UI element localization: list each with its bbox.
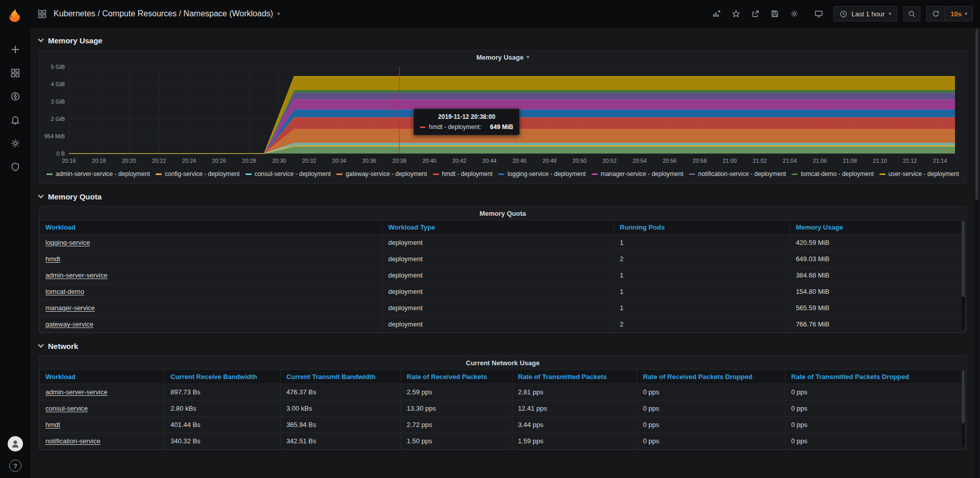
workload-link[interactable]: admin-server-service [45,271,107,279]
tooltip-value: 649 MiB [485,123,513,131]
memory-usage-panel: Memory Usage ▾ 20:1620:1820:2020:2220:24… [39,50,967,184]
legend-item[interactable]: config-service - deployment [156,170,240,178]
legend-label: manager-service - deployment [601,170,683,178]
legend-label: user-service - deployment [889,170,959,178]
column-header[interactable]: Rate of Transmitted Packets [512,370,637,384]
legend-item[interactable]: user-service - deployment [879,170,959,178]
grafana-logo-icon[interactable] [5,5,26,27]
y-tick-label: 954 MiB [44,133,65,139]
save-icon[interactable] [766,6,783,22]
column-header[interactable]: Workload [40,220,383,235]
workload-link[interactable]: logging-service [45,239,90,246]
section-memory-usage[interactable]: Memory Usage [39,33,967,48]
y-tick-label: 5 GiB [51,64,65,70]
table-cell: 0 pps [786,400,966,417]
column-header[interactable]: Rate of Transmitted Packets Dropped [786,370,966,384]
alerting-bell-icon[interactable] [0,108,31,132]
workload-link[interactable]: consul-service [45,405,88,412]
configuration-gear-icon[interactable] [0,132,31,155]
explore-compass-icon[interactable] [0,85,31,108]
table-cell: 0 pps [637,433,785,449]
table-cell: 365.94 Bs [280,417,401,433]
legend-item[interactable]: logging-service - deployment [498,170,585,178]
table-cell: 3.00 kBs [280,400,401,417]
table-cell: 401.44 Bs [165,417,281,433]
workload-link[interactable]: hmdt [45,255,60,263]
x-tick-label: 20:42 [452,158,467,164]
workload-link[interactable]: tomcat-demo [45,288,84,295]
dashboard-title-dropdown[interactable]: Kubernetes / Compute Resources / Namespa… [54,9,280,18]
table-scrollbar[interactable] [962,221,965,330]
legend-label: notification-service - deployment [698,170,786,178]
x-tick-label: 20:18 [92,158,106,164]
network-usage-table: WorkloadCurrent Receive BandwidthCurrent… [39,369,966,449]
table-cell: 13.30 pps [401,400,512,417]
column-header[interactable]: Rate of Received Packets Dropped [637,370,785,384]
table-cell: 649.03 MiB [790,251,966,267]
column-header[interactable]: Current Receive Bandwidth [165,370,281,384]
refresh-interval-picker[interactable]: 10s ▾ [945,7,972,21]
legend-item[interactable]: admin-server-service - deployment [46,170,150,178]
legend-item[interactable]: hmdt - deployment [433,170,493,178]
table-cell: 384.68 MiB [790,267,966,284]
column-header[interactable]: Workload [40,370,165,384]
breadcrumb: Kubernetes / Compute Resources / Namespa… [54,9,273,18]
table-cell: deployment [382,284,614,300]
dashboard-settings-gear-icon[interactable] [786,6,803,22]
workload-link[interactable]: manager-service [45,304,95,312]
panel-title-menu[interactable]: Memory Usage ▾ [39,51,966,64]
x-tick-label: 20:52 [602,158,617,164]
refresh-button[interactable] [927,7,945,21]
memory-quota-panel: Memory Quota WorkloadWorkload TypeRunnin… [39,206,967,333]
panel-title: Current Network Usage [466,359,540,367]
column-header[interactable]: Workload Type [382,220,614,235]
table-row: admin-server-service897.73 Bs476.37 Bs2.… [40,384,966,400]
star-icon[interactable] [727,6,745,22]
cycle-view-monitor-icon[interactable] [810,6,827,22]
create-plus-icon[interactable] [0,38,31,61]
y-tick-label: 3 GiB [51,98,65,105]
workload-link[interactable]: hmdt [45,421,60,429]
table-cell: 2.72 pps [401,417,512,433]
table-cell: 2.81 pps [512,384,637,400]
workload-link[interactable]: gateway-service [45,320,93,328]
section-network[interactable]: Network [39,338,967,354]
user-avatar[interactable] [8,436,23,451]
legend-item[interactable]: consul-service - deployment [246,170,331,178]
add-panel-icon[interactable] [708,6,725,22]
x-tick-label: 20:26 [212,158,226,164]
share-icon[interactable] [747,6,764,22]
section-memory-quota[interactable]: Memory Quota [39,189,967,204]
chart-legend: admin-server-service - deploymentconfig-… [39,167,966,181]
panel-title-menu[interactable]: Current Network Usage [39,356,966,369]
column-header[interactable]: Memory Usage [790,220,966,235]
apps-grid-icon[interactable] [38,10,46,18]
legend-item[interactable]: gateway-service - deployment [336,170,427,178]
table-row: logging-servicedeployment1420.59 MiB [40,235,966,251]
chevron-down-icon: ▾ [527,55,529,60]
legend-label: logging-service - deployment [507,170,585,178]
column-header[interactable]: Current Transmit Bandwidth [280,370,401,384]
panel-title-menu[interactable]: Memory Quota [39,207,966,220]
page-scrollbar[interactable] [975,28,979,478]
legend-item[interactable]: notification-service - deployment [689,170,786,178]
table-scrollbar[interactable] [962,370,965,446]
sidebar: ? [0,0,31,478]
dashboards-icon[interactable] [0,61,31,85]
legend-item[interactable]: manager-service - deployment [592,170,683,178]
server-admin-shield-icon[interactable] [0,155,31,179]
x-tick-label: 20:36 [362,158,377,164]
x-tick-label: 20:50 [573,158,587,164]
column-header[interactable]: Rate of Received Packets [401,370,512,384]
workload-link[interactable]: admin-server-service [45,388,107,396]
table-cell: deployment [382,235,614,251]
column-header[interactable]: Running Pods [614,220,790,235]
help-icon[interactable]: ? [9,460,21,472]
workload-link[interactable]: notification-service [45,437,101,445]
time-range-picker[interactable]: Last 1 hour ▾ [834,6,897,21]
legend-item[interactable]: tomcat-demo - deployment [792,170,874,178]
network-usage-panel: Current Network Usage WorkloadCurrent Re… [39,356,967,450]
table-row: hmdt401.44 Bs365.94 Bs2.72 pps3.44 pps0 … [40,417,966,433]
zoom-out-button[interactable] [903,6,920,21]
x-tick-label: 20:22 [152,158,166,164]
